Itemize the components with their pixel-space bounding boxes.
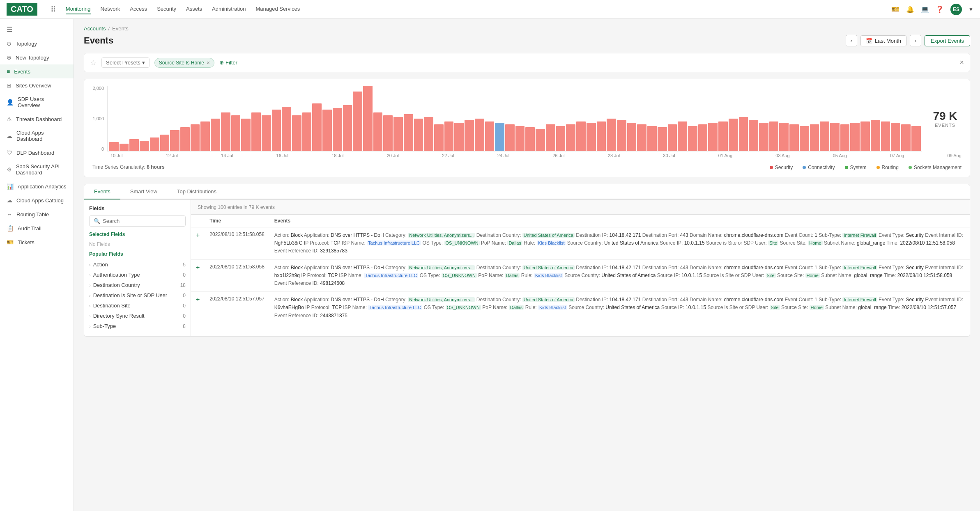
- field-count: 0: [183, 303, 186, 309]
- hamburger-icon[interactable]: ☰: [0, 22, 74, 37]
- chart-bar: [191, 124, 200, 151]
- legend-item: Security: [770, 165, 793, 170]
- nav-item-network[interactable]: Network: [101, 4, 120, 14]
- chart-bar: [871, 120, 880, 151]
- events-table-area: Fields 🔍 Selected Fields No Fields Popul…: [84, 200, 970, 337]
- nav-item-assets[interactable]: Assets: [186, 4, 202, 14]
- sidebar-item-threats[interactable]: ⚠ Threats Dashboard: [0, 112, 74, 126]
- chart-legend: SecurityConnectivitySystemRoutingSockets…: [770, 160, 962, 170]
- y-label-1000: 1,000: [91, 116, 104, 121]
- event-table: Time Events +2022/08/10 12:51:58.058Acti…: [191, 215, 970, 324]
- sidebar-item-sdp-users[interactable]: 👤 SDP Users Overview: [0, 92, 74, 112]
- field-action[interactable]: › Action 5: [89, 259, 186, 270]
- sidebar-item-cloud-catalog[interactable]: ☁ Cloud Apps Catalog: [0, 193, 74, 207]
- sidebar-item-label: SDP Users Overview: [18, 96, 67, 108]
- nav-items: Monitoring Network Access Security Asset…: [66, 4, 300, 14]
- y-label-2000: 2,000: [91, 86, 104, 91]
- tab-smart-view[interactable]: Smart View: [120, 184, 167, 199]
- preset-select[interactable]: Select Presets ▾: [101, 57, 150, 68]
- audit-icon: 📋: [7, 225, 14, 231]
- nav-item-managed-services[interactable]: Managed Services: [255, 4, 300, 14]
- tab-events[interactable]: Events: [84, 184, 120, 199]
- add-filter-button[interactable]: ⊕ Filter: [219, 60, 237, 66]
- chart-bar: [140, 141, 149, 151]
- topology-icon: ⊙: [7, 40, 12, 47]
- top-nav: CATO ⠿ Monitoring Network Access Securit…: [0, 0, 980, 19]
- field-dir-sync[interactable]: › Directory Sync Result 0: [89, 311, 186, 321]
- sidebar: ☰ ⊙ Topology ⊕ New Topology ≡ Events ⊞ S…: [0, 19, 74, 511]
- nav-item-monitoring[interactable]: Monitoring: [66, 4, 91, 14]
- sidebar-item-events[interactable]: ≡ Events: [0, 64, 74, 78]
- sidebar-item-routing[interactable]: ↔ Routing Table: [0, 207, 74, 221]
- chart-bar: [860, 121, 870, 151]
- export-button[interactable]: Export Events: [925, 35, 970, 46]
- filter-bar-close-icon[interactable]: ×: [959, 58, 964, 67]
- sidebar-item-audit[interactable]: 📋 Audit Trail: [0, 221, 74, 235]
- nav-item-access[interactable]: Access: [130, 4, 147, 14]
- sidebar-item-app-analytics[interactable]: 📊 Application Analytics: [0, 179, 74, 193]
- field-dest-country[interactable]: › Destination Country 18: [89, 280, 186, 290]
- x-label: 30 Jul: [663, 153, 675, 158]
- sidebar-item-label: Cloud Apps Catalog: [16, 197, 64, 204]
- sidebar-item-sites-overview[interactable]: ⊞ Sites Overview: [0, 78, 74, 92]
- chart-bar: [556, 126, 566, 151]
- sidebar-item-topology[interactable]: ⊙ Topology: [0, 37, 74, 50]
- col-time: Time: [205, 215, 269, 227]
- chart-bar: [627, 123, 637, 151]
- avatar[interactable]: ES: [950, 4, 962, 15]
- field-sub-type[interactable]: › Sub-Type 8: [89, 321, 186, 331]
- field-dest-site[interactable]: › Destination is Site or SDP User 0: [89, 290, 186, 300]
- breadcrumb-separator: /: [108, 25, 110, 32]
- chevron-right-icon: ›: [89, 324, 91, 329]
- prev-period-button[interactable]: ‹: [846, 35, 857, 46]
- sidebar-item-cloud-apps[interactable]: ☁ Cloud Apps Dashboard: [0, 126, 74, 146]
- field-label: Action: [93, 261, 108, 268]
- chart-bar: [353, 92, 362, 151]
- field-dest-site2[interactable]: › Destination Site 0: [89, 300, 186, 311]
- chart-bar: [617, 120, 626, 151]
- header-actions: ‹ 📅 Last Month › Export Events: [846, 35, 970, 46]
- nav-item-administration[interactable]: Administration: [212, 4, 246, 14]
- breadcrumb-parent[interactable]: Accounts: [84, 25, 106, 32]
- filter-tag-remove[interactable]: ×: [207, 60, 210, 66]
- chart-bar: [465, 120, 474, 151]
- chart-bar: [688, 126, 697, 151]
- chart-bar: [363, 86, 373, 151]
- star-icon[interactable]: ☆: [90, 58, 97, 67]
- grid-icon[interactable]: ⠿: [51, 5, 56, 14]
- search-input[interactable]: [103, 218, 181, 224]
- plus-circle-icon: ⊕: [219, 60, 224, 66]
- nav-item-security[interactable]: Security: [157, 4, 176, 14]
- chevron-right-icon: ›: [89, 273, 91, 277]
- chart-bar: [810, 124, 819, 151]
- row-add-button[interactable]: +: [196, 264, 200, 271]
- chart-bar: [515, 126, 525, 151]
- device-icon[interactable]: 💻: [921, 5, 929, 13]
- granularity-label: Time Series Granularity:: [92, 164, 145, 170]
- help-icon[interactable]: ❓: [936, 5, 944, 13]
- field-auth-type[interactable]: › Authentication Type 0: [89, 270, 186, 280]
- filter-label: Filter: [225, 60, 237, 66]
- chart-bar: [881, 121, 890, 151]
- date-range-button[interactable]: 📅 Last Month: [860, 35, 906, 46]
- ticket-icon[interactable]: 🎫: [891, 5, 899, 13]
- sidebar-item-saas[interactable]: ⚙ SaaS Security API Dashboard: [0, 160, 74, 179]
- chevron-down-icon[interactable]: ▼: [968, 7, 973, 12]
- table-row: +2022/08/10 12:51:58.058Action: Block Ap…: [191, 259, 970, 292]
- row-add-button[interactable]: +: [196, 231, 200, 238]
- next-period-button[interactable]: ›: [910, 35, 921, 46]
- search-box[interactable]: 🔍: [89, 215, 186, 227]
- bell-icon[interactable]: 🔔: [906, 5, 914, 13]
- row-add-button[interactable]: +: [196, 296, 200, 303]
- sidebar-item-tickets[interactable]: 🎫 Tickets: [0, 235, 74, 249]
- chart-bar: [678, 121, 687, 151]
- granularity-value: 8 hours: [147, 164, 164, 170]
- col-add: [191, 215, 205, 227]
- chart-bar: [170, 130, 179, 151]
- popular-fields-label: Popular Fields: [89, 251, 186, 257]
- sidebar-item-label: Application Analytics: [18, 183, 67, 190]
- sidebar-item-dlp[interactable]: 🛡 DLP Dashboard: [0, 146, 74, 160]
- tab-top-distributions[interactable]: Top Distributions: [167, 184, 226, 199]
- sidebar-item-label: Sites Overview: [16, 82, 51, 89]
- sidebar-item-new-topology[interactable]: ⊕ New Topology: [0, 50, 74, 64]
